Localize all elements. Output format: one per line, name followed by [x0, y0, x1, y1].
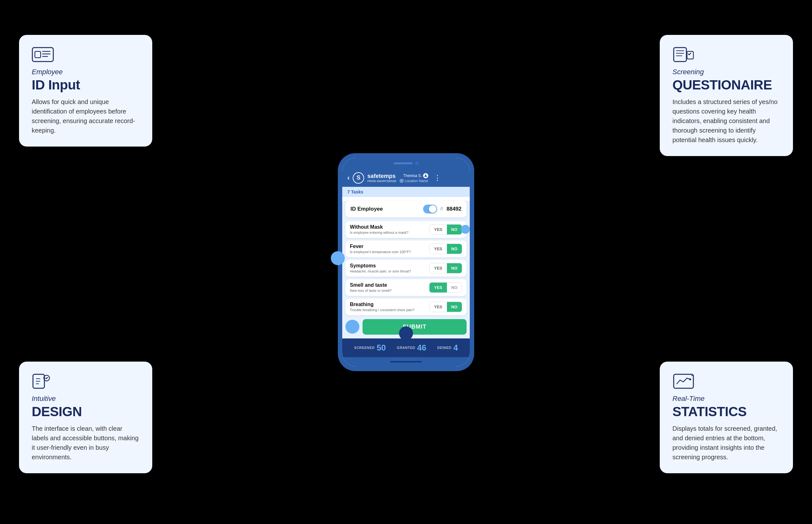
card-title-statistics: STATISTICS: [673, 404, 780, 419]
stats-bar: SCREENED 50 GRANTED 46 DENIED 4: [342, 339, 470, 357]
questions-container: Without Mask Is employee entering withou…: [342, 221, 470, 315]
svg-rect-10: [674, 48, 686, 62]
stat-granted: GRANTED 46: [397, 343, 426, 353]
no-btn-fever[interactable]: NO: [447, 244, 462, 254]
phone-notch: [342, 158, 470, 169]
id-card-icon: [32, 46, 54, 63]
screened-value: 50: [377, 343, 386, 353]
submit-button[interactable]: SUBMIT: [363, 319, 467, 334]
question-text-smell: Smell and taste New loss of taste or sme…: [350, 282, 429, 292]
card-intuitive-design: Intuitive DESIGN The interface is clean,…: [19, 362, 152, 473]
yes-btn-symptoms[interactable]: YES: [429, 263, 447, 273]
app-name: safetemps FROM SMARTSENSE: [367, 173, 397, 183]
svg-rect-14: [687, 51, 693, 59]
question-sub-breathing: Trouble breathing / consistent chest pai…: [350, 308, 429, 312]
float-circle-bottom: [399, 326, 413, 340]
question-row-mask: Without Mask Is employee entering withou…: [345, 221, 467, 238]
id-toggle[interactable]: [423, 204, 437, 213]
phone-speaker: [394, 162, 413, 164]
yes-btn-mask[interactable]: YES: [429, 225, 447, 234]
app-header: ‹ S safetemps FROM SMARTSENSE Theresa S.: [342, 169, 470, 187]
granted-label: GRANTED: [397, 346, 415, 349]
card-employee-id: Employee ID Input Allows for quick and u…: [19, 35, 152, 147]
no-btn-breathing[interactable]: NO: [447, 302, 462, 312]
yes-btn-smell[interactable]: YES: [429, 283, 447, 292]
yes-no-fever: YES NO: [429, 244, 462, 254]
denied-label: DENIED: [437, 346, 452, 349]
app-body: ID Employee # 88492 Without Mask: [342, 201, 470, 339]
question-title-mask: Without Mask: [350, 224, 429, 230]
question-sub-smell: New loss of taste or smell?: [350, 289, 429, 292]
questionaire-icon: [673, 46, 695, 63]
logo-s: S: [357, 175, 360, 181]
float-circle-left: [331, 251, 345, 265]
question-title-breathing: Breathing: [350, 302, 429, 307]
svg-rect-0: [32, 48, 53, 62]
back-button[interactable]: ‹: [347, 174, 350, 182]
svg-point-19: [401, 180, 402, 181]
question-row-breathing: Breathing Trouble breathing / consistent…: [345, 298, 467, 315]
question-title-symptoms: Symptoms: [350, 263, 429, 269]
svg-point-16: [689, 378, 691, 380]
denied-value: 4: [453, 343, 458, 353]
screened-label: SCREENED: [354, 346, 375, 349]
svg-rect-1: [35, 51, 40, 58]
card-category-employee: Employee: [32, 68, 139, 76]
granted-value: 46: [417, 343, 426, 353]
card-desc-id-input: Allows for quick and unique identificati…: [32, 97, 139, 135]
stat-denied: DENIED 4: [437, 343, 458, 353]
id-row: ID Employee # 88492: [345, 201, 467, 217]
card-desc-design: The interface is clean, with clear label…: [32, 424, 139, 462]
card-title-design: DESIGN: [32, 404, 139, 419]
app-name-group: safetemps FROM SMARTSENSE: [367, 173, 397, 183]
yes-btn-fever[interactable]: YES: [429, 244, 447, 254]
question-row-smell: Smell and taste New loss of taste or sme…: [345, 279, 467, 296]
stat-screened: SCREENED 50: [354, 343, 386, 353]
question-sub-mask: Is employee entering without a mask?: [350, 231, 429, 234]
id-employee-label: ID Employee: [350, 206, 420, 212]
app-logo: S: [353, 172, 364, 184]
question-sub-symptoms: Headache, muscle pain, or sore throat?: [350, 269, 429, 273]
id-value: 88492: [447, 206, 462, 212]
question-sub-fever: Is employee's temperature over 100°F?: [350, 250, 429, 254]
question-text-fever: Fever Is employee's temperature over 100…: [350, 244, 429, 254]
card-title-id-input: ID Input: [32, 77, 139, 93]
menu-button[interactable]: ⋮: [434, 174, 441, 182]
card-category-screening: Screening: [673, 68, 780, 76]
card-category-realtime: Real-Time: [673, 395, 780, 403]
user-avatar-icon: [423, 173, 428, 178]
id-hash: #: [440, 206, 444, 212]
scene: Employee ID Input Allows for quick and u…: [0, 0, 812, 524]
yes-no-breathing: YES NO: [429, 302, 462, 312]
question-row-fever: Fever Is employee's temperature over 100…: [345, 241, 467, 257]
card-questionaire: Screening QUESTIONAIRE Includes a struct…: [660, 35, 793, 156]
location-name: Location Name: [400, 179, 428, 183]
yes-no-mask: YES NO: [429, 224, 462, 235]
phone-camera: [415, 162, 418, 165]
card-title-questionaire: QUESTIONAIRE: [673, 77, 780, 93]
home-indicator: [342, 357, 470, 367]
yes-btn-breathing[interactable]: YES: [429, 302, 447, 312]
card-statistics: Real-Time STATISTICS Displays totals for…: [660, 362, 793, 473]
question-row-wrap-1: Without Mask Is employee entering withou…: [345, 221, 467, 238]
yes-no-symptoms: YES NO: [429, 263, 462, 274]
float-circle-1: [461, 225, 470, 234]
user-info: Theresa S. Location Name: [400, 173, 428, 183]
question-title-fever: Fever: [350, 244, 429, 249]
yes-no-smell: YES NO: [429, 282, 462, 293]
card-desc-statistics: Displays totals for screened, granted, a…: [673, 424, 780, 462]
no-btn-mask[interactable]: NO: [447, 225, 462, 234]
question-row-symptoms: Symptoms Headache, muscle pain, or sore …: [345, 260, 467, 277]
statistics-icon: [673, 373, 695, 390]
no-btn-symptoms[interactable]: NO: [447, 263, 462, 273]
question-text-mask: Without Mask Is employee entering withou…: [350, 224, 429, 234]
home-bar: [390, 361, 422, 363]
no-btn-smell[interactable]: NO: [447, 283, 462, 292]
question-text-breathing: Breathing Trouble breathing / consistent…: [350, 302, 429, 312]
design-icon: [32, 373, 54, 390]
user-name: Theresa S.: [400, 173, 428, 178]
question-text-symptoms: Symptoms Headache, muscle pain, or sore …: [350, 263, 429, 273]
card-category-intuitive: Intuitive: [32, 395, 139, 403]
question-title-smell: Smell and taste: [350, 282, 429, 288]
card-desc-questionaire: Includes a structured series of yes/no q…: [673, 97, 780, 145]
